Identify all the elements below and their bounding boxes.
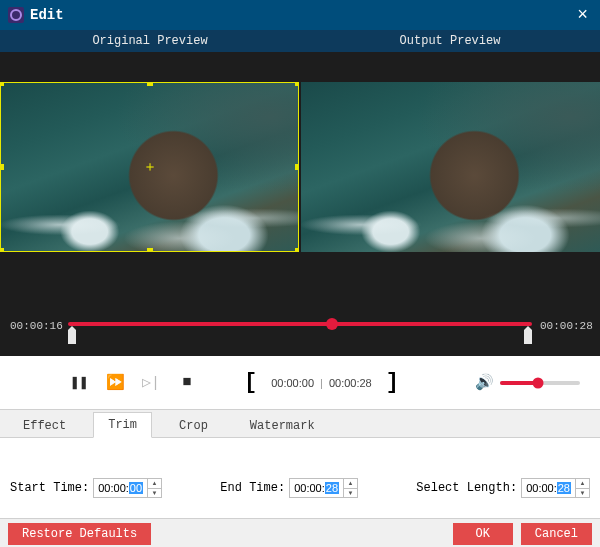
end-time-down[interactable]: ▼ — [344, 489, 357, 498]
output-preview — [301, 82, 600, 252]
preview-area: ＋ — [0, 52, 600, 308]
app-icon — [8, 7, 24, 23]
tab-trim[interactable]: Trim — [93, 412, 152, 438]
titlebar: Edit × — [0, 0, 600, 30]
tab-bar: Effect Trim Crop Watermark — [0, 410, 600, 438]
length-up[interactable]: ▲ — [576, 479, 589, 489]
pause-button[interactable]: ❚❚ — [68, 372, 90, 394]
select-length-field: Select Length: 00:00:28 ▲▼ — [416, 468, 590, 508]
timeline-start-flag[interactable] — [68, 330, 76, 344]
fast-forward-button[interactable]: ⏩ — [104, 372, 126, 394]
set-end-bracket-button[interactable]: ] — [386, 370, 399, 395]
output-frame — [301, 82, 600, 252]
trim-panel: Start Time: 00:00:00 ▲▼ End Time: 00:00:… — [0, 438, 600, 518]
crop-center-crosshair[interactable]: ＋ — [143, 158, 157, 176]
start-time-label: Start Time: — [10, 481, 89, 495]
tab-watermark[interactable]: Watermark — [235, 413, 330, 438]
preview-labels: Original Preview Output Preview — [0, 30, 600, 52]
range-display: 00:00:00 | 00:00:28 — [271, 377, 372, 389]
end-time-up[interactable]: ▲ — [344, 479, 357, 489]
playback-controls: ❚❚ ⏩ ▷| ■ [ 00:00:00 | 00:00:28 ] 🔊 — [0, 356, 600, 410]
volume-icon[interactable]: 🔊 — [475, 373, 494, 392]
stop-button[interactable]: ■ — [176, 372, 198, 394]
range-end: 00:00:28 — [329, 377, 372, 389]
volume-slider[interactable] — [500, 381, 580, 385]
select-length-input[interactable]: 00:00:28 ▲▼ — [521, 478, 590, 498]
timeline-total-time: 00:00:28 — [540, 318, 590, 332]
tab-crop[interactable]: Crop — [164, 413, 223, 438]
start-time-input[interactable]: 00:00:00 ▲▼ — [93, 478, 162, 498]
volume-knob[interactable] — [533, 377, 544, 388]
start-time-up[interactable]: ▲ — [148, 479, 161, 489]
original-preview-label: Original Preview — [0, 30, 300, 52]
footer: Restore Defaults OK Cancel — [0, 518, 600, 547]
next-frame-button[interactable]: ▷| — [140, 372, 162, 394]
volume-control: 🔊 — [475, 373, 580, 392]
window-title: Edit — [30, 7, 573, 23]
timeline-playhead[interactable] — [326, 318, 338, 330]
start-time-down[interactable]: ▼ — [148, 489, 161, 498]
original-preview[interactable]: ＋ — [0, 82, 299, 252]
tab-effect[interactable]: Effect — [8, 413, 81, 438]
end-time-label: End Time: — [220, 481, 285, 495]
output-preview-label: Output Preview — [300, 30, 600, 52]
timeline-bar — [68, 322, 532, 326]
end-time-input[interactable]: 00:00:28 ▲▼ — [289, 478, 358, 498]
restore-defaults-button[interactable]: Restore Defaults — [8, 523, 151, 545]
select-length-label: Select Length: — [416, 481, 517, 495]
timeline-current-time: 00:00:16 — [10, 318, 60, 332]
cancel-button[interactable]: Cancel — [521, 523, 592, 545]
timeline-track[interactable] — [68, 318, 532, 348]
end-time-field: End Time: 00:00:28 ▲▼ — [220, 468, 358, 508]
range-start: 00:00:00 — [271, 377, 314, 389]
timeline-end-flag[interactable] — [524, 330, 532, 344]
close-icon[interactable]: × — [573, 5, 592, 25]
length-down[interactable]: ▼ — [576, 489, 589, 498]
set-start-bracket-button[interactable]: [ — [244, 370, 257, 395]
ok-button[interactable]: OK — [453, 523, 513, 545]
start-time-field: Start Time: 00:00:00 ▲▼ — [10, 468, 162, 508]
timeline: 00:00:16 00:00:28 — [0, 308, 600, 356]
